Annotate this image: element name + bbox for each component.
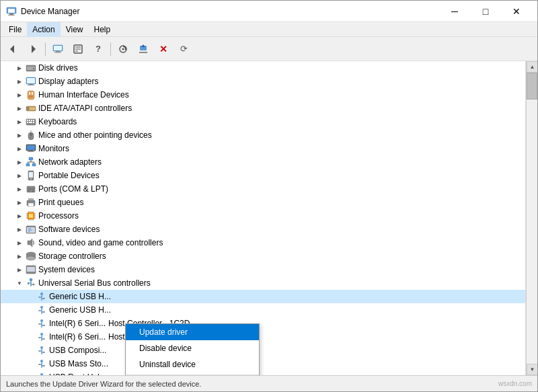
software-icon	[25, 223, 37, 235]
expand-disk-drives[interactable]: ▶	[14, 61, 25, 75]
properties-icon	[73, 44, 83, 54]
svg-rect-49	[29, 157, 33, 160]
tree-item-intel2[interactable]: ▶ Intel(R) 6 Seri... Host Controller - 1…	[1, 330, 525, 344]
tree-item-generic1[interactable]: ▶ Generic USB H...	[1, 290, 525, 303]
computer-button[interactable]	[48, 40, 67, 58]
tree-item-usb[interactable]: ▼ Universal Serial Bus controllers	[1, 276, 525, 290]
menu-action[interactable]: Action	[27, 22, 60, 37]
tree-item-ide[interactable]: ▶ IDE ATA/ATAPI controllers	[1, 102, 525, 115]
toolbar-sep2	[110, 42, 111, 56]
tree-item-usb-mass[interactable]: ▶ USB Mass Sto...	[1, 357, 525, 370]
forward-button[interactable]	[24, 40, 42, 58]
tree-item-display-adapters[interactable]: ▶ Display adapters	[1, 75, 525, 88]
toolbar: ? ✕ ⟳	[1, 37, 537, 61]
svg-point-102	[33, 284, 35, 286]
close-button[interactable]: ✕	[501, 1, 532, 22]
scan-changes-button[interactable]: ⟳	[174, 40, 193, 58]
svg-point-68	[33, 201, 34, 202]
title-bar-left: Device Manager	[6, 6, 79, 17]
expand-network[interactable]: ▶	[14, 155, 25, 169]
tree-item-generic2[interactable]: ▶ Generic USB H...	[1, 303, 525, 317]
svg-point-62	[32, 188, 34, 190]
intel2-icon	[36, 331, 48, 343]
expand-usb-mass: ▶	[25, 357, 36, 370]
menu-file[interactable]: File	[3, 22, 27, 37]
update-driver-button[interactable]	[134, 40, 153, 58]
svg-point-126	[43, 338, 44, 340]
svg-point-132	[43, 352, 44, 353]
svg-rect-33	[30, 108, 35, 110]
expand-ports[interactable]: ▶	[14, 182, 25, 196]
tree-view[interactable]: ▶ Disk drives ▶ Display adapters ▶ Human…	[1, 61, 526, 375]
svg-rect-32	[27, 107, 29, 110]
disk-drives-label: Disk drives	[38, 63, 78, 73]
usb-mass-label: USB Mass Sto...	[49, 359, 108, 368]
storage-label: Storage controllers	[38, 251, 106, 261]
scan-hardware-button[interactable]	[114, 40, 132, 58]
expand-portable[interactable]: ▶	[14, 169, 25, 182]
tree-item-intel1[interactable]: ▶ Intel(R) 6 Seri... Host Controller - 1…	[1, 317, 525, 330]
forward-icon	[28, 44, 38, 54]
expand-ide[interactable]: ▶	[14, 102, 25, 115]
expand-hid[interactable]: ▶	[14, 88, 25, 102]
window-controls: ─ □ ✕	[439, 1, 532, 22]
scroll-up-btn[interactable]: ▲	[527, 61, 537, 73]
menu-bar: File Action View Help	[1, 22, 537, 37]
expand-software[interactable]: ▶	[14, 223, 25, 236]
tree-item-ports[interactable]: ▶ Ports (COM & LPT)	[1, 182, 525, 196]
menu-help[interactable]: Help	[89, 22, 116, 37]
minimize-button[interactable]: ─	[439, 1, 470, 22]
ctx-disable-device[interactable]: Disable device	[126, 340, 259, 356]
monitors-label: Monitors	[38, 144, 69, 153]
expand-keyboards[interactable]: ▶	[14, 115, 25, 128]
scroll-thumb[interactable]	[527, 73, 537, 100]
expand-print[interactable]: ▶	[14, 196, 25, 209]
uninstall-button[interactable]: ✕	[154, 40, 173, 58]
tree-item-usb-comp[interactable]: ▶ USB Composi...	[1, 344, 525, 357]
expand-monitors[interactable]: ▶	[14, 142, 25, 155]
expand-processors[interactable]: ▶	[14, 209, 25, 223]
expand-storage[interactable]: ▶	[14, 249, 25, 263]
keyboards-icon	[25, 116, 37, 128]
expand-usb-root1: ▶	[25, 370, 36, 375]
expand-usb[interactable]: ▼	[14, 276, 25, 290]
tree-item-system[interactable]: ▶ System devices	[1, 263, 525, 276]
tree-item-storage[interactable]: ▶ Storage controllers	[1, 249, 525, 263]
vertical-scrollbar[interactable]: ▲ ▼	[526, 61, 537, 375]
tree-item-processors[interactable]: ▶ Processors	[1, 209, 525, 223]
tree-item-network[interactable]: ▶ Network adapters	[1, 155, 525, 169]
svg-marker-88	[28, 239, 32, 247]
status-bar: Launches the Update Driver Wizard for th…	[1, 375, 537, 391]
svg-rect-39	[27, 122, 28, 123]
svg-rect-9	[54, 52, 61, 52]
expand-sound[interactable]: ▶	[14, 236, 25, 249]
tree-item-usb-root1[interactable]: ▶ USB Root Hub...	[1, 370, 525, 375]
tree-item-mice[interactable]: ▶ Mice and other pointing devices	[1, 128, 525, 142]
tree-item-software[interactable]: ▶ Software devices	[1, 223, 525, 236]
back-button[interactable]	[3, 40, 22, 58]
tree-item-sound[interactable]: ▶ Sound, video and game controllers	[1, 236, 525, 249]
scroll-down-btn[interactable]: ▼	[527, 364, 537, 375]
help-button[interactable]: ?	[89, 40, 108, 58]
expand-system[interactable]: ▶	[14, 263, 25, 276]
tree-item-disk-drives[interactable]: ▶ Disk drives	[1, 61, 525, 75]
tree-item-keyboards[interactable]: ▶ Keyboards	[1, 115, 525, 128]
expand-mice[interactable]: ▶	[14, 128, 25, 142]
svg-rect-43	[30, 133, 32, 136]
scroll-track[interactable]	[527, 73, 537, 364]
tree-item-hid[interactable]: ▶ Human Interface Devices	[1, 88, 525, 102]
tree-item-monitors[interactable]: ▶ Monitors	[1, 142, 525, 155]
ctx-update-driver[interactable]: Update driver	[126, 324, 259, 340]
tree-item-print[interactable]: ▶ Print queues	[1, 196, 525, 209]
svg-point-58	[30, 178, 32, 180]
update-driver-icon	[138, 44, 149, 54]
tree-item-portable[interactable]: ▶ Portable Devices	[1, 169, 525, 182]
system-label: System devices	[38, 265, 95, 274]
disk-drives-icon	[25, 62, 37, 74]
properties-button[interactable]	[69, 40, 87, 58]
maximize-button[interactable]: □	[470, 1, 501, 22]
menu-view[interactable]: View	[61, 22, 89, 37]
expand-display[interactable]: ▶	[14, 75, 25, 88]
intel2-label: Intel(R) 6 Seri...	[49, 332, 106, 342]
ctx-uninstall-device[interactable]: Uninstall device	[126, 356, 259, 373]
